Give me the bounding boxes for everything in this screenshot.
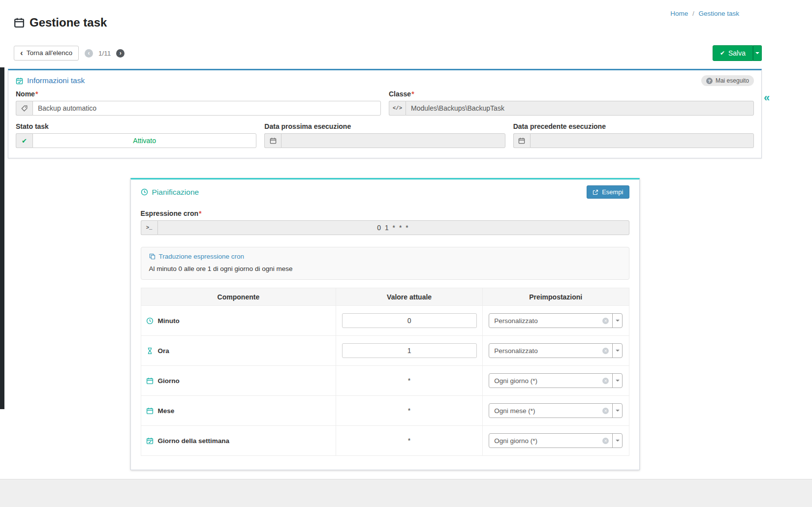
column-header-current-value: Valore attuale — [336, 288, 483, 306]
clear-icon[interactable]: × — [602, 318, 609, 324]
tag-icon — [16, 101, 32, 116]
breadcrumb-current-link[interactable]: Gestione task — [698, 10, 739, 17]
clock-icon — [146, 317, 154, 325]
component-label: Mese — [158, 407, 175, 415]
component-label: Giorno della settimana — [158, 437, 230, 445]
task-info-panel: Informazioni task ? Mai eseguito Nome* — [8, 69, 762, 158]
class-field-group: Classe* </> — [389, 90, 754, 116]
breadcrumb: Home / Gestione task — [670, 10, 739, 17]
class-input[interactable] — [406, 101, 754, 116]
planning-panel-title: Pianificazione — [152, 188, 199, 197]
component-value: * — [408, 437, 410, 445]
previous-run-label: Data precedente esecuzione — [513, 122, 754, 130]
clear-icon[interactable]: × — [602, 438, 609, 444]
cron-components-table: Componente Valore attuale Preimpostazion… — [141, 288, 629, 456]
chevron-down-icon[interactable] — [612, 374, 622, 388]
previous-run-field-group: Data precedente esecuzione — [513, 122, 754, 148]
save-dropdown-button[interactable] — [753, 45, 762, 61]
preset-selected-value: Ogni mese (*) — [489, 407, 602, 415]
chevron-down-icon[interactable] — [612, 404, 622, 418]
page-title: Gestione task — [14, 16, 762, 30]
chevron-down-icon[interactable] — [612, 344, 622, 358]
column-header-component: Componente — [141, 288, 336, 306]
toolbar: ‹ Torna all'elenco ‹ 1/11 › ✔ Salva — [8, 40, 762, 62]
back-to-list-button[interactable]: ‹ Torna all'elenco — [14, 46, 79, 60]
clock-icon — [141, 188, 148, 196]
calendar-icon — [513, 133, 530, 148]
preset-selected-value: Personalizzato — [489, 347, 602, 355]
component-value-input[interactable] — [342, 343, 477, 358]
next-run-input[interactable] — [281, 133, 505, 148]
status-label: Stato task — [16, 122, 256, 130]
check-icon: ✔ — [16, 133, 32, 148]
check-icon: ✔ — [720, 50, 725, 56]
hourglass-icon — [146, 347, 154, 355]
preset-selected-value: Ogni giorno (*) — [489, 437, 602, 445]
preset-select[interactable]: Ogni mese (*)× — [489, 403, 623, 418]
required-mark: * — [411, 90, 414, 98]
cron-table-row: MinutoPersonalizzato× — [141, 306, 629, 336]
component-label: Minuto — [158, 317, 180, 325]
clear-icon[interactable]: × — [602, 378, 609, 384]
cron-translation-title: Traduzione espressione cron — [159, 253, 245, 260]
cron-expression-input[interactable] — [157, 220, 629, 235]
preset-select[interactable]: Personalizzato× — [489, 343, 623, 358]
task-info-panel-title: Informazioni task — [27, 76, 85, 85]
component-value-input[interactable] — [342, 313, 477, 328]
cron-table-header-row: Componente Valore attuale Preimpostazion… — [141, 288, 629, 306]
cron-table-body: MinutoPersonalizzato×OraPersonalizzato×G… — [141, 306, 629, 456]
component-label: Giorno — [158, 377, 180, 385]
cron-translation-link[interactable]: Traduzione espressione cron — [149, 253, 245, 260]
never-executed-badge: ? Mai eseguito — [701, 75, 754, 86]
next-run-label: Data prossima esecuzione — [264, 122, 505, 130]
component-value: * — [408, 407, 410, 415]
name-input[interactable] — [32, 101, 381, 116]
name-label: Nome* — [16, 90, 381, 98]
pager-position: 1/11 — [98, 50, 111, 57]
preset-select[interactable]: Ogni giorno (*)× — [489, 373, 623, 388]
cron-translation-text: Al minuto 0 alle ore 1 di ogni giorno di… — [149, 265, 621, 272]
record-pager: ‹ 1/11 › — [85, 49, 125, 58]
terminal-icon: >_ — [141, 220, 157, 235]
preset-select[interactable]: Personalizzato× — [489, 313, 623, 328]
calendar-icon — [14, 17, 25, 28]
collapsed-sidebar-edge[interactable] — [0, 67, 4, 409]
component-value: * — [408, 377, 410, 385]
required-mark: * — [199, 209, 201, 217]
required-mark: * — [35, 90, 38, 98]
examples-button[interactable]: Esempi — [587, 185, 629, 199]
copy-icon — [149, 253, 156, 260]
page-header: Gestione task Home / Gestione task — [8, 0, 762, 40]
chevron-down-icon[interactable] — [612, 314, 622, 328]
breadcrumb-separator: / — [692, 10, 694, 17]
calendar-icon — [146, 377, 154, 385]
cron-table-row: Giorno della settimana*Ogni giorno (*)× — [141, 426, 629, 456]
previous-run-input[interactable] — [530, 133, 754, 148]
chevron-down-icon[interactable] — [612, 434, 622, 447]
preset-select[interactable]: Ogni giorno (*)× — [489, 433, 623, 448]
clear-icon[interactable]: × — [602, 408, 609, 414]
next-record-button[interactable]: › — [116, 49, 125, 58]
save-button[interactable]: ✔ Salva — [713, 45, 753, 61]
external-link-icon — [593, 189, 598, 195]
save-label: Salva — [728, 50, 746, 57]
clear-icon[interactable]: × — [602, 348, 609, 354]
cron-label: Espressione cron* — [141, 209, 629, 217]
page-footer — [0, 479, 812, 507]
cron-table-row: Mese*Ogni mese (*)× — [141, 396, 629, 426]
cron-table-row: Giorno*Ogni giorno (*)× — [141, 366, 629, 396]
next-run-field-group: Data prossima esecuzione — [264, 122, 505, 148]
status-value[interactable]: Attivato — [32, 133, 256, 148]
cron-translation-box: Traduzione espressione cron Al minuto 0 … — [141, 247, 629, 280]
breadcrumb-home-link[interactable]: Home — [670, 10, 688, 17]
calendar-check-icon — [16, 77, 23, 85]
examples-label: Esempi — [602, 189, 623, 195]
column-header-presets: Preimpostazioni — [482, 288, 629, 306]
double-chevron-left-icon[interactable]: « — [764, 92, 770, 103]
preset-selected-value: Ogni giorno (*) — [489, 377, 602, 385]
class-label: Classe* — [389, 90, 754, 98]
calendar-icon — [264, 133, 281, 148]
previous-record-button[interactable]: ‹ — [85, 49, 93, 58]
calendar-icon — [146, 407, 154, 415]
caret-down-icon — [755, 52, 759, 54]
